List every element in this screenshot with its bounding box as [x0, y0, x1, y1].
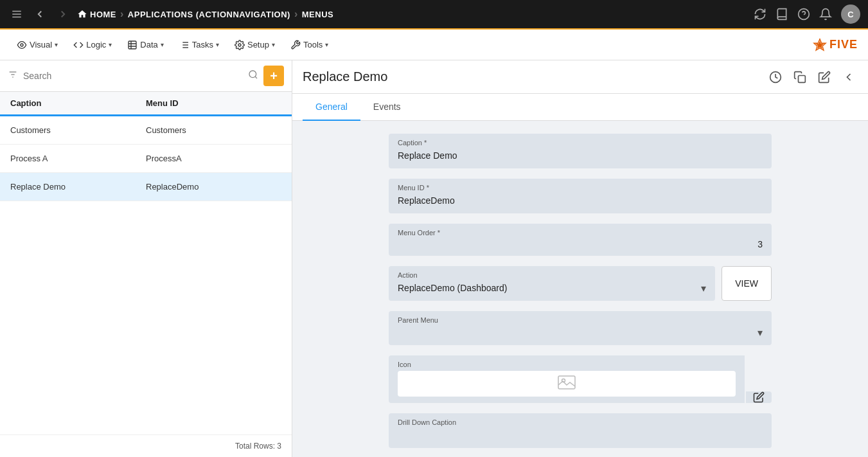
form-area: Caption * Replace Demo Menu ID * Replace… — [292, 121, 868, 457]
caption-field: Caption * Replace Demo — [389, 134, 772, 168]
home-label[interactable]: HOME — [90, 10, 116, 19]
help-icon[interactable] — [797, 8, 810, 21]
icon-field-row: Icon — [389, 355, 772, 403]
drill-down-caption-container[interactable]: Drill Down Caption — [389, 413, 772, 448]
left-panel: + Caption Menu ID Customers Customers Pr… — [0, 60, 292, 457]
menu-id-field: Menu ID * ReplaceDemo — [389, 179, 772, 213]
back-arrow-icon[interactable] — [840, 68, 858, 86]
menu-order-label: Menu Order * — [398, 229, 763, 237]
row-caption-replacedemo: Replace Demo — [10, 182, 146, 192]
right-panel: Replace Demo General Events — [292, 60, 868, 457]
menu-order-container[interactable]: Menu Order * 3 — [389, 224, 772, 256]
setup-btn[interactable]: Setup ▾ — [228, 36, 281, 54]
edit-icon-button[interactable] — [746, 391, 772, 403]
filter-icon — [8, 69, 18, 82]
drill-down-caption-label: Drill Down Caption — [398, 418, 763, 426]
menu-id-label: Menu ID * — [398, 184, 763, 192]
tab-general[interactable]: General — [303, 94, 360, 121]
parent-menu-container[interactable]: Parent Menu ▾ — [389, 311, 772, 345]
tools-chevron: ▾ — [325, 41, 328, 48]
row-menuid-customers: Customers — [146, 125, 281, 135]
hamburger-icon[interactable] — [8, 5, 26, 23]
edit-icon[interactable] — [815, 68, 833, 86]
panel-title: Replace Demo — [303, 69, 387, 84]
home-icon: HOME — [77, 9, 116, 19]
tools-btn[interactable]: Tools ▾ — [284, 36, 335, 54]
parent-menu-dropdown-icon[interactable]: ▾ — [757, 327, 763, 339]
logic-chevron: ▾ — [109, 41, 112, 48]
tab-events[interactable]: Events — [360, 94, 414, 121]
toolbar-left: Visual ▾ Logic ▾ Data ▾ Tasks ▾ Setup ▾ … — [10, 36, 335, 54]
action-field-row: Action ReplaceDemo (Dashboard) ▾ VIEW — [389, 266, 772, 301]
drill-down-caption-field: Drill Down Caption — [389, 413, 772, 448]
svg-rect-21 — [799, 75, 806, 82]
breadcrumb-sep2: › — [294, 8, 298, 20]
table-row[interactable]: Process A ProcessA — [0, 145, 292, 173]
drill-down-caption-value[interactable] — [398, 429, 763, 442]
row-menuid-processa: ProcessA — [146, 154, 281, 163]
sync-icon[interactable] — [754, 8, 766, 21]
parent-menu-label: Parent Menu — [398, 316, 763, 324]
breadcrumb-sep1: › — [120, 8, 124, 20]
parent-menu-field: Parent Menu ▾ — [389, 311, 772, 345]
icon-preview — [398, 371, 736, 397]
svg-point-18 — [249, 71, 256, 78]
tasks-btn[interactable]: Tasks ▾ — [173, 36, 226, 54]
icon-container[interactable]: Icon — [389, 355, 745, 403]
table-row-selected[interactable]: Replace Demo ReplaceDemo — [0, 173, 292, 201]
search-input[interactable] — [23, 71, 243, 81]
top-navbar: HOME › APPLICATIONS (ACTIONNAVIGATION) ›… — [0, 0, 868, 30]
copy-icon[interactable] — [791, 68, 809, 86]
menu-id-value[interactable]: ReplaceDemo — [398, 194, 763, 207]
action-container[interactable]: Action ReplaceDemo (Dashboard) ▾ — [389, 266, 715, 301]
caption-label: Caption * — [398, 139, 763, 147]
menu-order-value[interactable]: 3 — [398, 239, 763, 249]
forward-icon[interactable] — [54, 5, 72, 23]
five-logo-star-icon — [813, 38, 827, 52]
visual-btn[interactable]: Visual ▾ — [10, 36, 64, 54]
add-button[interactable]: + — [263, 66, 284, 86]
action-dropdown-row: ReplaceDemo (Dashboard) ▾ — [398, 282, 706, 294]
logic-btn[interactable]: Logic ▾ — [67, 36, 118, 54]
data-btn[interactable]: Data ▾ — [121, 36, 170, 54]
main-content: + Caption Menu ID Customers Customers Pr… — [0, 60, 868, 457]
svg-line-19 — [255, 76, 257, 78]
caption-value[interactable]: Replace Demo — [398, 149, 763, 162]
row-caption-customers: Customers — [10, 125, 146, 135]
tabs-bar: General Events — [292, 94, 868, 121]
breadcrumb-page[interactable]: MENUS — [302, 10, 333, 19]
visual-chevron: ▾ — [55, 41, 58, 48]
setup-chevron: ▾ — [272, 41, 275, 48]
history-icon[interactable] — [766, 68, 784, 86]
svg-rect-5 — [128, 41, 136, 49]
panel-actions — [766, 68, 858, 86]
panel-header: Replace Demo — [292, 60, 868, 94]
image-placeholder-icon — [558, 375, 576, 392]
navbar-left: HOME › APPLICATIONS (ACTIONNAVIGATION) ›… — [8, 5, 333, 23]
caption-container[interactable]: Caption * Replace Demo — [389, 134, 772, 168]
books-icon[interactable] — [775, 8, 788, 21]
breadcrumb: HOME › APPLICATIONS (ACTIONNAVIGATION) ›… — [77, 8, 333, 20]
tasks-chevron: ▾ — [216, 41, 219, 48]
five-logo: FIVE — [813, 38, 858, 52]
view-button[interactable]: VIEW — [722, 266, 772, 301]
breadcrumb-app[interactable]: APPLICATIONS (ACTIONNAVIGATION) — [128, 10, 290, 19]
svg-point-4 — [21, 44, 23, 46]
total-rows-label: Total Rows: 3 — [235, 442, 281, 451]
col-caption-header: Caption — [10, 98, 146, 108]
data-chevron: ▾ — [161, 41, 164, 48]
svg-point-12 — [238, 44, 241, 46]
navbar-right: C — [754, 4, 860, 24]
table-row[interactable]: Customers Customers — [0, 116, 292, 145]
action-value: ReplaceDemo (Dashboard) — [398, 282, 507, 294]
avatar[interactable]: C — [841, 4, 860, 24]
row-caption-processa: Process A — [10, 154, 146, 163]
table-footer: Total Rows: 3 — [0, 435, 292, 457]
bell-icon[interactable] — [819, 8, 832, 21]
icon-label: Icon — [398, 361, 736, 368]
search-bar: + — [0, 60, 292, 92]
search-icon[interactable] — [248, 69, 258, 82]
menu-id-container[interactable]: Menu ID * ReplaceDemo — [389, 179, 772, 213]
back-icon[interactable] — [31, 5, 49, 23]
action-dropdown-icon[interactable]: ▾ — [701, 282, 706, 294]
